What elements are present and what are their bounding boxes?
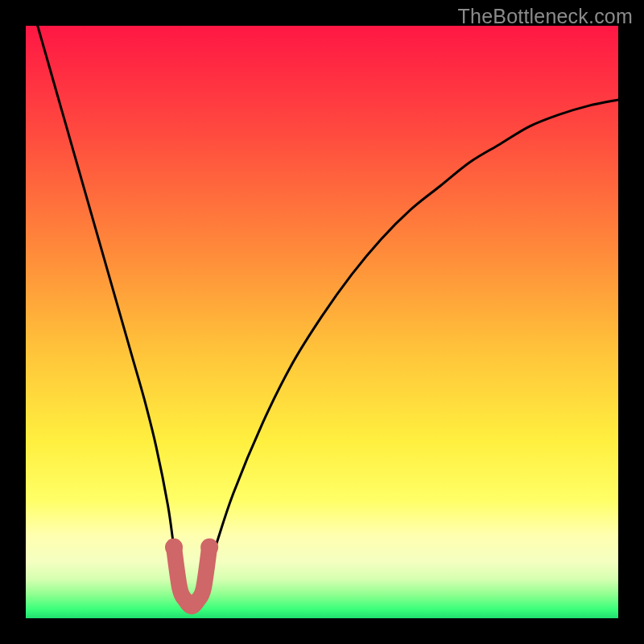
curve-layer (26, 26, 618, 618)
svg-point-2 (200, 539, 218, 556)
watermark-text: TheBottleneck.com (458, 5, 633, 28)
chart-frame: TheBottleneck.com (0, 0, 644, 644)
minimum-marker (174, 547, 209, 607)
svg-point-1 (165, 539, 183, 556)
minimum-marker-dots (165, 539, 218, 556)
plot-area (26, 26, 618, 618)
bottleneck-curve (38, 26, 618, 606)
